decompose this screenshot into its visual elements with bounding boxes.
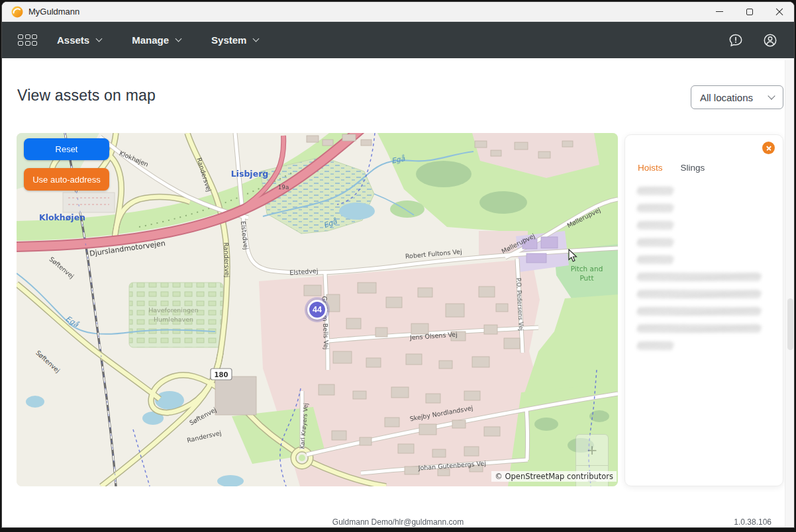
reset-button[interactable]: Reset bbox=[24, 138, 109, 160]
account-icon[interactable] bbox=[762, 32, 778, 48]
mouse-cursor-icon bbox=[568, 249, 579, 263]
redacted-list-row bbox=[636, 221, 674, 230]
menu-assets-label: Assets bbox=[57, 34, 89, 46]
title-bar[interactable]: MyGuldmann bbox=[2, 2, 794, 22]
tab-slings[interactable]: Slings bbox=[681, 163, 705, 173]
redacted-list-row bbox=[636, 341, 674, 350]
menu-manage[interactable]: Manage bbox=[132, 34, 181, 46]
redacted-list-row bbox=[636, 204, 674, 212]
menu-manage-label: Manage bbox=[132, 34, 169, 46]
feedback-bubble-icon[interactable] bbox=[728, 32, 744, 48]
map-label: Haveforeningen bbox=[148, 306, 199, 314]
map-label: Randersvej bbox=[223, 242, 231, 277]
menu-assets[interactable]: Assets bbox=[57, 34, 101, 46]
zoom-in-button[interactable]: + bbox=[575, 434, 609, 466]
redacted-list-row bbox=[636, 307, 762, 316]
minimize-icon bbox=[716, 11, 723, 13]
app-logo-icon bbox=[11, 6, 23, 18]
menu-system-label: System bbox=[211, 34, 246, 46]
maximize-button[interactable] bbox=[734, 2, 764, 21]
close-icon bbox=[775, 7, 783, 16]
map-label: Klokhøjen bbox=[39, 212, 85, 222]
footer-version: 1.0.38.106 bbox=[734, 517, 771, 527]
chevron-down-icon bbox=[253, 36, 260, 42]
location-filter-value: All locations bbox=[700, 92, 753, 103]
main-navbar: Assets Manage System bbox=[2, 22, 794, 58]
map-label: 19a bbox=[278, 184, 289, 191]
map-container[interactable]: Djurslandmotorvejen Klokhøjen Klokhøjen … bbox=[17, 133, 618, 486]
close-button[interactable] bbox=[764, 2, 794, 21]
page-title: View assets on map bbox=[17, 87, 156, 105]
app-title: MyGuldmann bbox=[28, 7, 79, 17]
asset-cluster-marker[interactable]: 44 bbox=[307, 300, 327, 320]
location-filter-dropdown[interactable]: All locations bbox=[691, 85, 783, 109]
tab-hoists[interactable]: Hoists bbox=[638, 163, 663, 173]
minimize-button[interactable] bbox=[705, 2, 734, 21]
menu-system[interactable]: System bbox=[211, 34, 258, 46]
redacted-asset-list bbox=[636, 187, 762, 350]
map-label: Lisbjerg bbox=[231, 169, 269, 179]
redacted-list-row bbox=[636, 255, 674, 264]
map-label: Humlehaven bbox=[154, 316, 193, 323]
close-icon bbox=[762, 142, 775, 154]
scrollbar-thumb[interactable] bbox=[787, 298, 793, 350]
footer-user-info: Guldmann Demo/hlr@guldmann.com bbox=[2, 517, 794, 527]
redacted-list-row bbox=[636, 187, 674, 195]
assets-side-panel: Hoists Slings bbox=[624, 134, 783, 486]
map-label: Pitch and bbox=[571, 265, 603, 273]
apps-grid-icon[interactable] bbox=[18, 34, 37, 46]
app-window: MyGuldmann Assets Manage System bbox=[1, 1, 795, 528]
panel-tabs: Hoists Slings bbox=[638, 163, 705, 173]
chevron-down-icon bbox=[96, 36, 103, 42]
chevron-down-icon bbox=[768, 92, 775, 99]
chevron-down-icon bbox=[175, 36, 182, 42]
map-attribution: © OpenStreetMap contributors bbox=[491, 471, 617, 482]
panel-close-button[interactable] bbox=[762, 142, 775, 154]
redacted-list-row bbox=[636, 324, 762, 333]
redacted-list-row bbox=[636, 238, 674, 247]
maximize-icon bbox=[746, 9, 753, 15]
content-scrollbar[interactable] bbox=[785, 60, 795, 528]
use-auto-address-button[interactable]: Use auto-address bbox=[24, 168, 109, 191]
redacted-list-row bbox=[636, 273, 762, 281]
redacted-list-row bbox=[636, 290, 762, 298]
map-label: Putt bbox=[579, 274, 593, 282]
road-shield-label: 180 bbox=[215, 371, 228, 378]
